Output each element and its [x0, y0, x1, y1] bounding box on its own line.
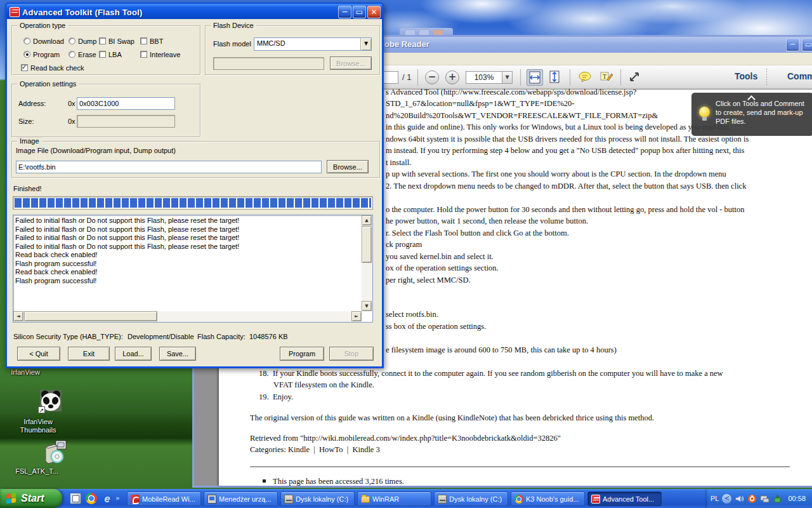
network-monitor-icon[interactable] [760, 494, 769, 504]
document-text-line: 2. The next dropdown menu needs to be ch… [386, 182, 746, 191]
exit-button[interactable]: Exit [68, 347, 110, 361]
scroll-left-icon[interactable]: ◄ [13, 311, 23, 321]
page-count-label: / 1 [402, 72, 411, 82]
quit-button[interactable]: < Quit [17, 347, 60, 361]
quicklaunch-chrome-icon[interactable] [84, 491, 98, 505]
document-text-line: he power button, wait 1 second, then rel… [386, 217, 588, 226]
image-file-input[interactable] [16, 161, 322, 173]
flash-file-field-disabled [213, 57, 324, 70]
start-button[interactable]: Start [0, 489, 62, 508]
combobox-dropdown-icon[interactable]: ▼ [360, 38, 371, 50]
zoom-in-button[interactable]: + [445, 70, 459, 84]
taskbar-clock[interactable]: 00:58 [788, 495, 806, 502]
reader-maximize-button[interactable]: ▭ [802, 38, 812, 51]
tray-orange-app-icon[interactable] [747, 494, 757, 504]
vertical-scroll-thumb[interactable] [362, 226, 372, 263]
comment-button[interactable]: Comment [787, 71, 812, 81]
address-hex-prefix: 0x [68, 100, 75, 107]
scroll-right-icon[interactable]: ► [351, 311, 362, 321]
desktop-icon-label-fsl-atk[interactable]: FSL_ATK_T... [5, 467, 69, 476]
dialog-body: Operation type Download Dump BI Swap BBT… [7, 19, 382, 366]
safely-remove-icon[interactable] [773, 494, 782, 504]
checkbox-interleave[interactable] [140, 51, 147, 58]
document-text-line: m instead. If you try performing step 4 … [386, 146, 744, 156]
disk-drive-icon [284, 495, 293, 504]
checkbox-bi-swap[interactable] [99, 37, 106, 44]
volume-icon[interactable] [735, 494, 744, 504]
dialog-maximize-button[interactable]: ▭ [353, 6, 366, 18]
desktop-icon-label-irfanview[interactable]: IrfanView [3, 368, 48, 377]
progress-bar-fill [15, 198, 371, 208]
desktop-icon-fsl-atk[interactable] [42, 439, 67, 465]
toolbar-separator [570, 69, 570, 86]
shortcut-arrow-icon: ↗ [38, 406, 45, 413]
toolbar-separator [417, 69, 418, 86]
taskbar-button-mobileread[interactable]: MobileRead Wi... [127, 491, 201, 506]
scroll-down-icon[interactable]: ▼ [362, 301, 372, 311]
radio-download[interactable] [23, 37, 30, 44]
zoom-level-value[interactable]: 103% [466, 71, 502, 84]
taskbar-button-label: MobileRead Wi... [142, 495, 195, 503]
fit-width-icon[interactable] [527, 69, 543, 86]
svg-text:T: T [603, 73, 606, 80]
dialog-close-button[interactable]: ✕ [367, 6, 381, 18]
document-text-line: Categories: Kindle | HowTo | Kindle 3 [250, 445, 380, 455]
checkbox-bi-swap-label: BI Swap [108, 37, 134, 45]
checkbox-lba[interactable] [99, 51, 106, 58]
load-button[interactable]: Load... [115, 347, 152, 361]
horizontal-scrollbar[interactable]: ◄ ► [13, 311, 362, 322]
quicklaunch-ie-icon[interactable]: e [100, 491, 114, 505]
log-line: Failed to initial flash or Do not suppor… [15, 243, 361, 251]
highlight-text-icon[interactable]: T [599, 69, 615, 86]
tools-button[interactable]: Tools [735, 71, 757, 81]
scroll-up-icon[interactable]: ▲ [362, 215, 372, 225]
dialog-titlebar[interactable]: Advanced Toolkit (Flash Tool) ─ ▭ ✕ [6, 4, 383, 19]
tray-collapse-chevron-icon[interactable]: < [722, 494, 731, 504]
document-text-line: ox of the operation settings section. [386, 264, 499, 273]
reader-hint-tooltip: Click on Tools and Comment to create, se… [691, 93, 812, 136]
fullscreen-icon[interactable] [627, 69, 643, 86]
flash-browse-button: Browse... [330, 57, 372, 70]
document-text-line: s Advanced Tool (http://www.freescale.co… [386, 88, 636, 97]
zoom-dropdown-button[interactable]: ▼ [502, 71, 513, 84]
flash-capacity-label: Flash Capacity: [197, 333, 246, 340]
save-button[interactable]: Save... [159, 347, 196, 361]
dialog-minimize-button[interactable]: ─ [338, 6, 351, 18]
document-text-line: e filesystem image is around 600 to 750 … [386, 345, 617, 355]
desktop-icon-irfanview-thumbnails[interactable]: ↗ [39, 389, 62, 412]
document-text-line: p up with several sections. The first on… [386, 170, 726, 179]
comment-bubble-icon[interactable] [577, 69, 594, 86]
radio-erase-label: Erase [78, 51, 96, 58]
reader-minimize-button[interactable]: ─ [786, 38, 799, 51]
lightbulb-icon [699, 107, 710, 117]
taskbar-button-local-disk-2[interactable]: Dysk lokalny (C:) [434, 491, 508, 506]
fit-page-icon[interactable] [547, 69, 563, 86]
zoom-out-button[interactable]: − [425, 70, 439, 84]
radio-dump[interactable] [69, 37, 75, 44]
taskbar-button-device-manager[interactable]: Menedżer urzą... [204, 491, 278, 506]
system-tray: PL < 00:58 [705, 489, 812, 508]
taskbar-button-label: Dysk lokalny (C:) [296, 495, 348, 503]
taskbar-button-winrar[interactable]: WinRAR [357, 491, 431, 506]
radio-erase[interactable] [69, 51, 75, 58]
desktop-icon-label-irfanview-thumbnails[interactable]: IrfanView Thumbnails [3, 418, 73, 434]
log-output-box[interactable]: Failed to initial flash or Do not suppor… [13, 215, 373, 323]
language-indicator[interactable]: PL [710, 495, 719, 502]
taskbar-button-k3-guide[interactable]: K3 Noob's guid... [511, 491, 585, 506]
checkbox-bbt-label: BBT [150, 37, 163, 45]
horizontal-scroll-thumb[interactable] [24, 311, 157, 321]
quicklaunch-show-desktop-icon[interactable] [69, 491, 82, 505]
flash-model-combobox[interactable]: MMC/SD ▼ [254, 37, 372, 51]
taskbar-button-advanced-toolkit[interactable]: Advanced Tool... [587, 491, 662, 506]
chrome-icon [514, 495, 523, 504]
address-input[interactable] [77, 97, 175, 110]
checkbox-read-back-check[interactable] [21, 64, 28, 71]
image-group: Image Image File (Download/Program input… [11, 141, 380, 178]
program-button[interactable]: Program [280, 347, 324, 361]
image-browse-button[interactable]: Browse... [327, 160, 369, 173]
checkbox-bbt[interactable] [140, 37, 147, 44]
vertical-scrollbar[interactable]: ▲ ▼ [362, 215, 372, 311]
log-line: Read back check enabled! [15, 268, 361, 277]
taskbar-button-local-disk-1[interactable]: Dysk lokalny (C:) [280, 491, 355, 506]
radio-program[interactable] [23, 51, 30, 58]
